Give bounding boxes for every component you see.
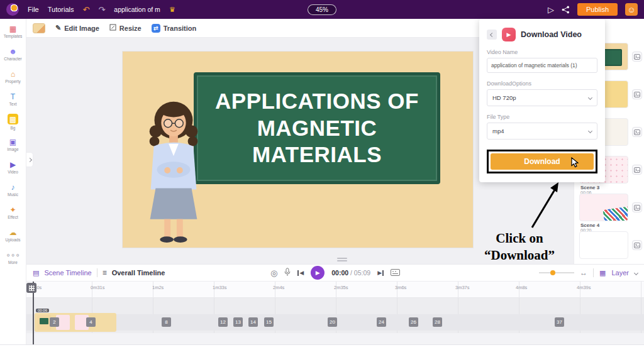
ruler-label: 2m4s — [273, 285, 284, 290]
mouse-cursor-icon — [571, 157, 579, 170]
undo-icon[interactable]: ↶ — [83, 6, 90, 14]
file-type-select[interactable]: mp4 — [487, 123, 597, 140]
timeline-block[interactable]: 26 — [409, 317, 418, 327]
zoom-slider-knob[interactable] — [550, 270, 555, 275]
microphone-icon[interactable] — [284, 268, 291, 278]
download-options-value: HD 720p — [492, 94, 516, 101]
sidebar-item[interactable]: ∘∘∘ More — [0, 246, 26, 269]
scene-action-icon[interactable] — [632, 89, 642, 99]
skip-forward-icon[interactable]: ▶ — [377, 270, 384, 276]
bottom-bar — [0, 344, 644, 362]
download-options-label: DownloadOptions — [487, 80, 597, 87]
timeline-block[interactable]: 37 — [555, 317, 564, 327]
sidebar-item[interactable]: ♪ Music — [0, 178, 26, 201]
resize-button[interactable]: Resize — [109, 24, 142, 32]
crown-icon: ♛ — [169, 6, 175, 14]
ruler-label: 4m8s — [516, 285, 527, 290]
tab-scene-timeline[interactable]: Scene Timeline — [44, 269, 91, 277]
timeline-block[interactable]: 24 — [377, 317, 386, 327]
chevron-down-icon — [588, 129, 592, 133]
ruler-label: 1m2s — [152, 285, 164, 290]
preview-play-icon[interactable]: ▷ — [548, 6, 554, 14]
teacher-character[interactable] — [136, 96, 211, 244]
sidebar-item[interactable]: ▦ Templates — [0, 20, 26, 43]
pencil-icon: ✎ — [55, 24, 61, 32]
slide[interactable]: APPLICATIONS OF MAGNETIC MATERIALS — [123, 52, 473, 248]
app-window: File Tutorials ↶ ↷ application of m ♛ 45… — [0, 0, 644, 362]
time-display: 00:00 / 05:09 — [331, 269, 370, 277]
timeline-block[interactable]: 15 — [264, 317, 274, 327]
top-bar: File Tutorials ↶ ↷ application of m ♛ 45… — [0, 0, 644, 19]
zoom-level-badge[interactable]: 45% — [308, 4, 336, 15]
skip-back-icon[interactable]: ◀ — [297, 270, 304, 276]
publish-button[interactable]: Publish — [577, 3, 618, 16]
sidebar-item-icon: ▩ — [8, 114, 18, 124]
sidebar-expand-tab[interactable] — [26, 152, 33, 167]
scene-action-icon[interactable] — [632, 240, 642, 250]
sidebar-item[interactable]: ▩ Bg — [0, 111, 26, 133]
scene-action-icon[interactable] — [632, 165, 642, 175]
timeline-zoom-slider[interactable] — [539, 272, 574, 273]
timeline-block[interactable]: 2 — [50, 317, 59, 327]
menu-file[interactable]: File — [28, 6, 39, 13]
chevron-left-icon — [489, 32, 494, 36]
sidebar-item-label: Effect — [8, 215, 18, 219]
user-avatar[interactable]: ☺ — [625, 3, 638, 16]
scene-action-icon[interactable] — [632, 127, 642, 137]
chevron-down-icon[interactable] — [634, 270, 638, 275]
mini-scene-thumbnail[interactable] — [37, 315, 51, 330]
scene-action-icon[interactable] — [632, 202, 642, 212]
playhead-handle[interactable] — [26, 283, 36, 293]
share-icon[interactable] — [562, 6, 570, 14]
video-name-input[interactable] — [487, 58, 597, 73]
sidebar-item-label: Video — [8, 170, 18, 174]
tab-overall-timeline[interactable]: Overall Timeline — [112, 269, 165, 277]
project-title[interactable]: application of m — [114, 6, 160, 13]
timeline-scene-block[interactable]: 00:06 — [35, 313, 116, 332]
timeline-block[interactable]: 12 — [218, 317, 228, 327]
sidebar-item-icon: T — [11, 93, 15, 101]
play-button[interactable]: ▶ — [311, 266, 325, 280]
sidebar-item[interactable]: ☁ Uploads — [0, 224, 26, 246]
fit-timeline-icon[interactable]: ↔ — [580, 268, 587, 277]
divider — [97, 268, 97, 277]
layer-icon: ▦ — [599, 269, 606, 277]
subtitles-icon[interactable] — [391, 269, 400, 277]
chalkboard[interactable]: APPLICATIONS OF MAGNETIC MATERIALS — [194, 72, 440, 184]
timeline-block[interactable]: 8 — [162, 317, 171, 327]
redo-icon[interactable]: ↷ — [98, 6, 105, 14]
download-options-select[interactable]: HD 720p — [487, 89, 597, 106]
sidebar-item[interactable]: ▶ Video — [0, 156, 26, 178]
scene-thumbnail[interactable] — [579, 231, 628, 259]
total-time: 05:09 — [354, 269, 370, 277]
canvas-resize-handle[interactable] — [337, 258, 347, 261]
sidebar-item[interactable]: ✦ Effect — [0, 201, 26, 224]
timeline-block[interactable]: 13 — [233, 317, 243, 327]
sidebar-item-icon: ▦ — [9, 25, 16, 33]
ruler-label: 4m39s — [577, 285, 591, 290]
timeline-block[interactable]: 4 — [86, 317, 96, 327]
scene-action-icon[interactable] — [632, 52, 642, 62]
sidebar-item[interactable]: ⌂ Property — [0, 65, 26, 88]
sidebar-item[interactable]: ☻ Character — [0, 43, 26, 65]
menu-tutorials[interactable]: Tutorials — [48, 6, 74, 13]
transition-button[interactable]: ⇄ Transition — [152, 24, 197, 33]
scene-thumbnail[interactable] — [579, 194, 628, 221]
timeline-block[interactable]: 14 — [248, 317, 258, 327]
transition-icon: ⇄ — [152, 24, 160, 33]
edit-image-button[interactable]: ✎ Edit Image — [55, 24, 99, 32]
layer-dropdown[interactable]: Layer — [611, 269, 629, 277]
timeline-block[interactable]: 20 — [328, 317, 337, 327]
sidebar-item[interactable]: T Text — [0, 88, 26, 111]
transport-controls: ◎ ◀ ▶ 00:00 / 05:09 ▶ — [270, 266, 400, 280]
timeline-block[interactable]: 28 — [433, 317, 442, 327]
slide-title-text[interactable]: APPLICATIONS OF MAGNETIC MATERIALS — [215, 88, 419, 168]
app-logo[interactable] — [6, 3, 19, 16]
focus-playhead-icon[interactable]: ◎ — [270, 268, 277, 278]
back-button[interactable] — [487, 30, 497, 40]
sidebar-item[interactable]: ▣ Image — [0, 133, 26, 156]
slide-thumbnail[interactable] — [33, 23, 45, 33]
modal-header: ▶ Download Video — [487, 28, 597, 41]
timeline-ruler[interactable]: 0m0s 0m31s 1m2s 1m33s 2m4s 2m35s 3m6s 3m… — [26, 282, 644, 298]
chevron-down-icon — [588, 96, 592, 100]
